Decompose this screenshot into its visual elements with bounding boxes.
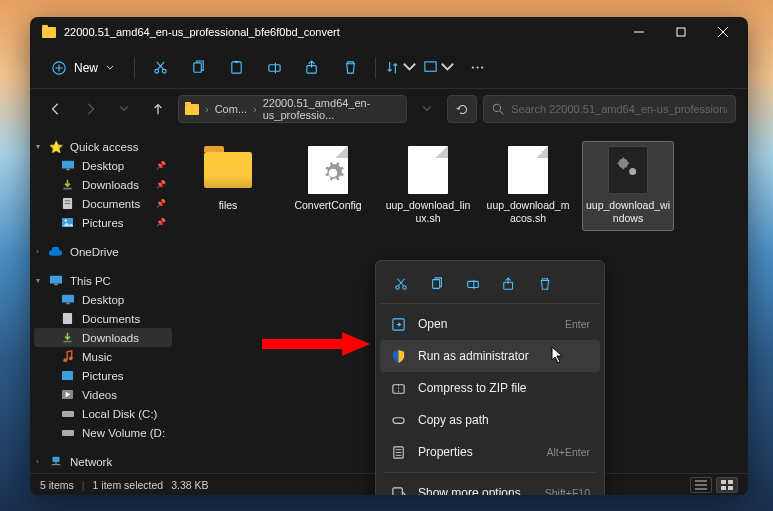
star-icon: ⭐: [48, 140, 63, 153]
svg-point-56: [403, 286, 407, 290]
delete-button[interactable]: [333, 53, 367, 83]
address-chevron[interactable]: [413, 95, 441, 123]
ctx-copy-path[interactable]: Copy as path: [380, 404, 600, 436]
svg-point-19: [476, 66, 478, 68]
pin-icon: 📌: [156, 161, 166, 170]
pin-icon: 📌: [156, 199, 166, 208]
ctx-cut-button[interactable]: [386, 271, 416, 297]
cut-button[interactable]: [143, 53, 177, 83]
shield-icon: [390, 348, 406, 364]
svg-rect-52: [728, 480, 733, 484]
toolbar-separator: [134, 57, 135, 79]
file-uup-linux[interactable]: uup_download_linux.sh: [382, 141, 474, 231]
svg-rect-66: [392, 417, 403, 423]
disk-icon: [60, 426, 75, 439]
more-icon: [390, 485, 406, 495]
minimize-button[interactable]: [618, 17, 660, 47]
svg-rect-12: [231, 62, 240, 73]
pictures-icon: [60, 369, 75, 382]
ctx-run-admin[interactable]: Run as administrator: [380, 340, 600, 372]
file-convertconfig[interactable]: ConvertConfig: [282, 141, 374, 231]
up-button[interactable]: [144, 95, 172, 123]
svg-line-10: [156, 62, 163, 70]
search-box[interactable]: [483, 95, 736, 123]
desktop-icon: [60, 159, 75, 172]
svg-rect-11: [193, 63, 201, 72]
file-icon: [400, 147, 456, 193]
sidebar-pc-music[interactable]: Music: [34, 347, 172, 366]
svg-rect-41: [62, 411, 74, 417]
file-uup-windows[interactable]: uup_download_windows: [582, 141, 674, 231]
new-button[interactable]: New: [40, 55, 126, 81]
svg-line-58: [398, 279, 404, 286]
copy-button[interactable]: [181, 53, 215, 83]
file-uup-macos[interactable]: uup_download_macos.sh: [482, 141, 574, 231]
rename-button[interactable]: [257, 53, 291, 83]
chevron-right-icon: ›: [251, 103, 259, 115]
svg-rect-34: [66, 302, 69, 304]
sidebar-pc-documents[interactable]: Documents: [34, 309, 172, 328]
sidebar-downloads[interactable]: Downloads📌: [34, 175, 172, 194]
sidebar-quick-access[interactable]: ▾⭐Quick access: [34, 137, 172, 156]
breadcrumb-item[interactable]: Com...: [215, 103, 247, 115]
folder-icon: [200, 147, 256, 193]
file-folder[interactable]: files: [182, 141, 274, 231]
sidebar-desktop[interactable]: Desktop📌: [34, 156, 172, 175]
properties-icon: [390, 444, 406, 460]
svg-rect-60: [468, 281, 479, 287]
address-bar[interactable]: › Com... › 22000.51_amd64_en-us_professi…: [178, 95, 407, 123]
svg-rect-17: [425, 62, 436, 71]
sidebar-pc-desktop[interactable]: Desktop: [34, 290, 172, 309]
ctx-delete-button[interactable]: [530, 271, 560, 297]
ctx-compress[interactable]: Compress to ZIP file: [380, 372, 600, 404]
document-icon: [60, 197, 75, 210]
svg-point-8: [162, 69, 166, 73]
search-input[interactable]: [511, 103, 727, 115]
ctx-open[interactable]: Open Enter: [380, 308, 600, 340]
ctx-share-button[interactable]: [494, 271, 524, 297]
zip-icon: [390, 380, 406, 396]
file-grid: files ConvertConfig uup_download_linux.s…: [182, 141, 742, 231]
window-controls: [618, 17, 744, 47]
breadcrumb-item[interactable]: 22000.51_amd64_en-us_professio...: [263, 97, 400, 121]
titlebar: 22000.51_amd64_en-us_professional_bfe6f0…: [30, 17, 748, 47]
explorer-window: 22000.51_amd64_en-us_professional_bfe6f0…: [30, 17, 748, 495]
back-button[interactable]: [42, 95, 70, 123]
svg-line-9: [157, 62, 164, 70]
refresh-button[interactable]: [447, 95, 477, 123]
recent-chevron[interactable]: [110, 95, 138, 123]
folder-icon: [42, 27, 56, 38]
maximize-button[interactable]: [660, 17, 702, 47]
sidebar-pc-localdisk[interactable]: Local Disk (C:): [34, 404, 172, 423]
sidebar-pc-downloads[interactable]: Downloads: [34, 328, 172, 347]
sidebar-network[interactable]: ›Network: [34, 452, 172, 471]
pin-icon: 📌: [156, 180, 166, 189]
view-button[interactable]: [422, 53, 456, 83]
ctx-properties[interactable]: Properties Alt+Enter: [380, 436, 600, 468]
pictures-icon: [60, 216, 75, 229]
sidebar-pc-videos[interactable]: Videos: [34, 385, 172, 404]
sidebar-documents[interactable]: Documents📌: [34, 194, 172, 213]
share-button[interactable]: [295, 53, 329, 83]
pc-icon: [48, 274, 63, 287]
forward-button[interactable]: [76, 95, 104, 123]
paste-button[interactable]: [219, 53, 253, 83]
close-button[interactable]: [702, 17, 744, 47]
more-button[interactable]: [460, 53, 494, 83]
ctx-copy-button[interactable]: [422, 271, 452, 297]
sidebar-pc-pictures[interactable]: Pictures: [34, 366, 172, 385]
sidebar-pictures[interactable]: Pictures📌: [34, 213, 172, 232]
sidebar-onedrive[interactable]: ›OneDrive: [34, 242, 172, 261]
svg-rect-54: [728, 486, 733, 490]
sidebar-pc-newvol[interactable]: New Volume (D:: [34, 423, 172, 442]
sidebar-this-pc[interactable]: ▾This PC: [34, 271, 172, 290]
chevron-right-icon: ›: [203, 103, 211, 115]
search-icon: [492, 103, 505, 116]
details-view-button[interactable]: [690, 477, 712, 493]
status-size: 3.38 KB: [171, 479, 208, 491]
svg-rect-23: [62, 160, 74, 168]
sort-button[interactable]: [384, 53, 418, 83]
icons-view-button[interactable]: [716, 477, 738, 493]
ctx-more-options[interactable]: Show more options Shift+F10: [380, 477, 600, 495]
ctx-rename-button[interactable]: [458, 271, 488, 297]
